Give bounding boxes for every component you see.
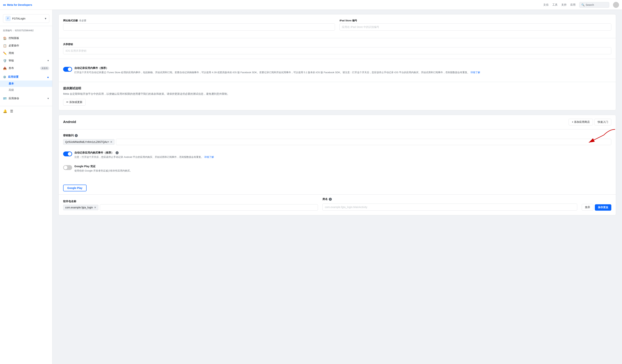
top-nav-links: 文信 工具 支持 应用 🔍 Search	[543, 2, 619, 8]
top-nav: ∞ Meta for Developers 文信 工具 支持 应用 🔍 Sear…	[0, 0, 622, 10]
app-id-label: 应用编号：	[3, 29, 14, 32]
android-auto-record-text: 自动记录应用内购买事件（推荐） i 注意：打开这个开关后，您应该停止手动记录 A…	[74, 151, 214, 159]
sidebar-item-basic[interactable]: 基本	[0, 80, 52, 87]
form-group-ipad-store: iPad Store 编号	[339, 19, 611, 31]
form-group-shared-secret: 共享密钥	[63, 43, 611, 54]
google-play-credential-toggle-row: Google Play 凭证 使用你的 Google 开发者凭证减少欺诈性应用内…	[63, 162, 611, 176]
app-icon: F	[5, 16, 11, 21]
quick-start-button[interactable]: 快速入门	[594, 119, 611, 126]
shared-secret-input[interactable]	[63, 47, 611, 54]
url-suffix-input[interactable]	[63, 23, 335, 31]
main-layout: F FGTALogin ▼ 应用编号： 925337525864482 🏠 控制…	[0, 10, 622, 364]
android-header: Android + 添加应用商店 快速入门	[59, 115, 616, 129]
package-name-input[interactable]	[100, 204, 318, 211]
gear-icon: ⚙️	[3, 75, 6, 78]
nav-link-apps[interactable]: 应用	[570, 3, 576, 7]
sidebar-item-review[interactable]: 🛡️ 审核 ▼	[0, 57, 52, 64]
google-play-credential-title: Google Play 凭证	[74, 165, 132, 168]
user-avatar[interactable]	[613, 2, 619, 8]
shield-icon: 🛡️	[3, 59, 7, 63]
menu-icon[interactable]: ☰	[10, 109, 13, 113]
nav-link-support[interactable]: 支持	[561, 3, 566, 7]
package-name-value: com.example.fgta_login	[65, 206, 93, 209]
red-arrow-annotation	[578, 127, 615, 146]
hash-info-icon[interactable]: i	[75, 134, 78, 137]
nav-link-tools[interactable]: 工具	[552, 3, 558, 7]
url-suffix-label: 网址格式后缀 ·非必要	[63, 19, 335, 22]
sidebar-app-settings-section: ⚙️ 应用设置 ▲ 基本 高级	[0, 73, 52, 94]
app-selector: F FGTALogin ▼	[0, 13, 52, 26]
sidebar-item-required[interactable]: 📋 必要操作	[0, 42, 52, 49]
test-instructions-section: 提供测试说明 Meta 会定期审核开放平台中的应用，以便确认应用对权限的使用遵守…	[59, 82, 616, 110]
bottom-actions: 放弃 保存更改	[582, 204, 611, 211]
android-auto-record-title: 自动记录应用内购买事件（推荐） i	[74, 151, 214, 154]
google-play-credential-text: Google Play 凭证 使用你的 Google 开发者凭证减少欺诈性应用内…	[74, 165, 132, 173]
ios-auto-record-toggle[interactable]	[63, 67, 72, 72]
url-suffix-optional: ·非必要	[78, 19, 87, 22]
sidebar-bottom: 🔔 ☰	[0, 106, 52, 116]
search-box[interactable]: 🔍 Search	[579, 2, 609, 8]
package-name-tag: com.example.fgta_login ✕	[63, 205, 98, 210]
android-body: 密钥散列 i Qz5UoMNedNdLYnhIn1zLZ8STQAc= ✕	[59, 129, 616, 180]
app-id-row: 应用编号： 925337525864482	[0, 28, 52, 34]
ios-card: 网址格式后缀 ·非必要 iPad Store 编号 共享密钥	[58, 14, 616, 110]
class-name-input[interactable]	[322, 203, 577, 211]
hash-label: 密钥散列	[63, 134, 74, 137]
sidebar-item-app-identity[interactable]: 🪪 应用身份 ▼	[0, 95, 52, 102]
sidebar-label-review: 审核	[9, 59, 14, 62]
sidebar-item-publish[interactable]: 📤 发布 未发布	[0, 64, 52, 72]
unpublished-badge: 未发布	[40, 67, 49, 70]
sidebar-item-advanced[interactable]: 高级	[0, 87, 52, 93]
android-auto-record-toggle[interactable]	[63, 151, 72, 156]
chevron-up-icon: ▲	[47, 75, 49, 78]
remove-package-button[interactable]: ✕	[94, 206, 96, 209]
home-icon: 🏠	[3, 36, 7, 40]
nav-link-wenxin[interactable]: 文信	[543, 3, 548, 7]
shared-secret-label: 共享密钥	[63, 43, 611, 46]
save-button[interactable]: 保存更改	[595, 204, 611, 211]
android-title: Android	[63, 120, 76, 124]
app-select-button[interactable]: F FGTALogin ▼	[3, 14, 49, 23]
hash-label-row: 密钥散列 i	[63, 134, 611, 137]
google-play-tab[interactable]: Google Play	[63, 185, 87, 191]
logo-text: Meta for Developers	[7, 3, 32, 6]
sidebar-label-dashboard: 控制面板	[9, 36, 19, 40]
meta-logo-icon: ∞	[3, 2, 6, 7]
add-store-button[interactable]: + 添加应用商店	[569, 119, 593, 126]
sidebar-item-dashboard[interactable]: 🏠 控制面板	[0, 35, 52, 42]
android-auto-record-info-icon[interactable]: i	[116, 151, 118, 154]
ios-auto-record-toggle-row: 自动记录应用内事件（推荐） 打开这个开关可自动记录通过 iTunes Store…	[63, 63, 611, 77]
google-play-credential-toggle[interactable]	[63, 165, 72, 170]
class-name-label: 类名	[322, 198, 328, 201]
ipad-store-input[interactable]	[339, 23, 611, 31]
class-name-group: 类名 i	[322, 198, 577, 211]
google-play-credential-description: 使用你的 Google 开发者凭证减少欺诈性应用内购买。	[74, 169, 132, 173]
ios-auto-record-description: 打开这个开关可自动记录通过 iTunes Store 处理的应用内事件，包括购物…	[74, 71, 480, 74]
chevron-icon-review: ▼	[47, 59, 49, 62]
discard-button[interactable]: 放弃	[582, 204, 593, 211]
sidebar-item-app-settings[interactable]: ⚙️ 应用设置 ▲	[0, 73, 52, 80]
sidebar-label-app-identity: 应用身份	[9, 97, 19, 100]
android-auto-record-toggle-row: 自动记录应用内购买事件（推荐） i 注意：打开这个开关后，您应该停止手动记录 A…	[63, 148, 611, 162]
ios-url-ipad-row: 网址格式后缀 ·非必要 iPad Store 编号	[59, 14, 616, 38]
class-name-info-icon[interactable]: i	[329, 198, 332, 201]
package-name-group: 软件包名称 com.example.fgta_login ✕	[63, 200, 318, 211]
ios-learn-more-link[interactable]: 详细了解	[470, 71, 480, 74]
id-card-icon: 🪪	[3, 97, 7, 100]
hash-input-row: Qz5UoMNedNdLYnhIn1zLZ8STQAc= ✕	[63, 139, 611, 145]
package-name-input-row: com.example.fgta_login ✕	[63, 204, 318, 211]
sidebar: F FGTALogin ▼ 应用编号： 925337525864482 🏠 控制…	[0, 10, 53, 364]
form-group-url-suffix: 网址格式后缀 ·非必要	[63, 19, 335, 31]
android-learn-more-link[interactable]: 详细了解	[204, 156, 214, 158]
sidebar-label-usecase: 用例	[9, 52, 14, 55]
ipad-store-label: iPad Store 编号	[339, 19, 611, 22]
add-update-button[interactable]: ✏ 添加或更新	[63, 99, 86, 106]
android-card: Android + 添加应用商店 快速入门 密钥散列 i Qz5UoMNedNd…	[58, 115, 616, 215]
sidebar-item-usecase[interactable]: ✏️ 用例	[0, 49, 52, 57]
app-id-value: 925337525864482	[15, 29, 34, 32]
test-title: 提供测试说明	[63, 87, 611, 91]
bell-icon[interactable]: 🔔	[3, 109, 7, 113]
checklist-icon: 📋	[3, 44, 7, 48]
hash-new-input[interactable]	[116, 139, 611, 145]
remove-hash-button[interactable]: ✕	[110, 140, 112, 144]
